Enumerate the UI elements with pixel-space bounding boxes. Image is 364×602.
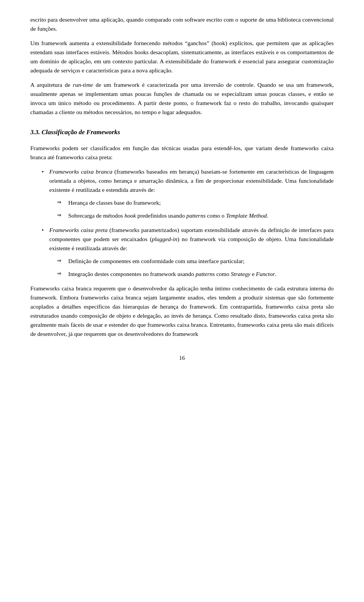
bullet2-italic-pluggedin: plugged-in bbox=[152, 236, 177, 242]
sub2-2-italic-patterns: patterns bbox=[196, 271, 215, 277]
paragraph-5: Frameworks caixa branca requerem que o d… bbox=[30, 284, 334, 339]
frameworks-bullet-list: Frameworks caixa branca (frameworks base… bbox=[42, 167, 334, 279]
sub2-2-italic-functor: Functor bbox=[256, 271, 275, 277]
paragraph-4: Frameworks podem ser classificados em fu… bbox=[30, 144, 334, 162]
sub2-2-part2: como bbox=[215, 271, 231, 277]
paragraph-1: escrito para desenvolver uma aplicação, … bbox=[30, 15, 334, 33]
p3-italic-runtime: run-time bbox=[73, 82, 93, 88]
sub2-2-part3: e bbox=[250, 271, 256, 277]
sub2-1-text: Definição de componentes em conformidade… bbox=[68, 258, 245, 264]
sub-item-sobrecarga: Sobrecarga de métodos hook predefinidos … bbox=[57, 211, 334, 220]
paragraph-3: A arquitetura de run-time de um framewor… bbox=[30, 80, 334, 117]
sub1-2-italic-patterns: patterns bbox=[186, 212, 206, 219]
bullet2-italic: Frameworks caixa preta bbox=[49, 227, 108, 233]
sub1-1-text: Herança de classes base do framework; bbox=[68, 199, 161, 206]
page-number: 16 bbox=[30, 354, 334, 362]
page: escrito para desenvolver uma aplicação, … bbox=[0, 0, 364, 602]
p3-text-before-italic: A arquitetura de bbox=[30, 82, 73, 88]
section-number: 3.3. bbox=[30, 129, 40, 136]
sub-item-heranca: Herança de classes base do framework; bbox=[57, 198, 334, 207]
section-heading-33: 3.3. Classificação de Frameworks bbox=[30, 127, 334, 137]
section-title: Classificação de Frameworks bbox=[42, 129, 120, 136]
bullet1-italic: Frameworks caixa branca bbox=[49, 168, 113, 175]
sub1-2-part2: predefinidos usando bbox=[136, 212, 186, 219]
sub1-2-part1: Sobrecarga de métodos bbox=[68, 212, 124, 219]
bullet-item-caixa-preta: Frameworks caixa preta (frameworks param… bbox=[42, 226, 334, 279]
caixa-preta-sub-list: Definição de componentes em conformidade… bbox=[57, 257, 334, 279]
bullet-item-caixa-branca: Frameworks caixa branca (frameworks base… bbox=[42, 167, 334, 220]
sub-item-integracao: Integração destes componentes no framewo… bbox=[57, 270, 334, 279]
sub1-2-italic-template: Template Method bbox=[226, 212, 267, 219]
sub2-2-part1: Integração destes componentes no framewo… bbox=[68, 271, 196, 277]
paragraph-2: Um framework aumenta a extensibilidade f… bbox=[30, 39, 334, 75]
sub1-2-part3: como o bbox=[206, 212, 226, 219]
sub1-2-italic-hook: hook bbox=[124, 212, 136, 219]
sub2-2-italic-strategy: Strategy bbox=[231, 271, 251, 277]
sub1-2-part4: . bbox=[267, 212, 268, 219]
sub2-2-part4: . bbox=[275, 271, 276, 277]
caixa-branca-sub-list: Herança de classes base do framework; So… bbox=[57, 198, 334, 220]
sub-item-definicao: Definição de componentes em conformidade… bbox=[57, 257, 334, 266]
